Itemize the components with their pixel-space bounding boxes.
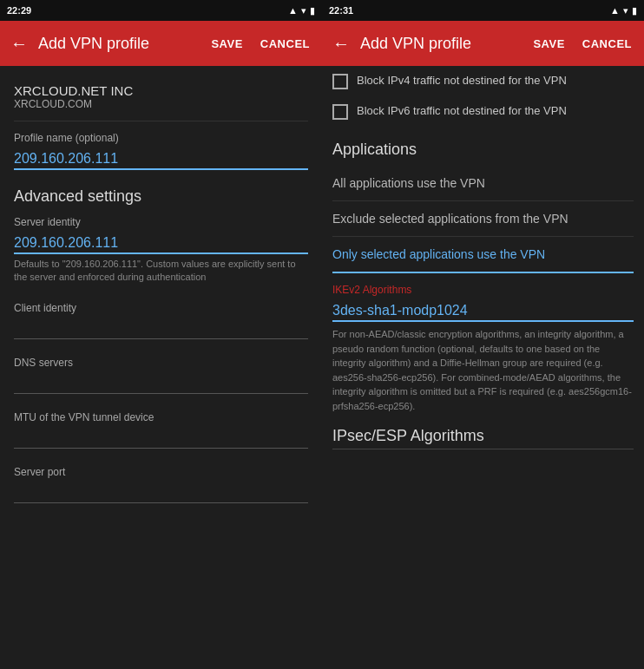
- signal-icon: ▲: [288, 5, 298, 16]
- right-wifi-icon: ▾: [623, 5, 628, 16]
- block-ipv4-checkbox[interactable]: [332, 74, 348, 89]
- all-apps-option[interactable]: All applications use the VPN: [332, 166, 634, 201]
- ipsec-title: IPsec/ESP Algorithms: [332, 427, 634, 449]
- right-panel: 22:31 ▲ ▾ ▮ ← Add VPN profile SAVE CANCE…: [322, 0, 644, 669]
- client-identity-field: Client identity: [14, 302, 308, 339]
- server-identity-field: Server identity Defaults to "209.160.206…: [14, 216, 308, 285]
- applications-section: Applications All applications use the VP…: [332, 141, 634, 273]
- company-block: XRCLOUD.NET INC XRCLOUD.COM: [14, 76, 308, 121]
- block-ipv6-row: Block IPv6 traffic not destined for the …: [332, 96, 634, 127]
- company-url: XRCLOUD.COM: [14, 98, 308, 110]
- right-time: 22:31: [329, 5, 353, 16]
- profile-name-field: Profile name (optional): [14, 132, 308, 170]
- block-ipv6-checkbox[interactable]: [332, 104, 348, 120]
- client-identity-input[interactable]: [14, 318, 308, 339]
- right-battery-icon: ▮: [632, 5, 637, 16]
- right-status-bar: 22:31 ▲ ▾ ▮: [322, 0, 644, 21]
- server-identity-hint: Defaults to "209.160.206.111". Custom va…: [14, 258, 308, 285]
- left-app-title: Add VPN profile: [38, 35, 199, 53]
- block-traffic-checkboxes: Block IPv4 traffic not destined for the …: [332, 66, 634, 127]
- block-ipv4-row: Block IPv4 traffic not destined for the …: [332, 66, 634, 96]
- profile-name-label: Profile name (optional): [14, 132, 308, 144]
- right-back-button[interactable]: ←: [329, 30, 353, 57]
- left-content: XRCLOUD.NET INC XRCLOUD.COM Profile name…: [0, 66, 322, 669]
- left-status-icons: ▲ ▾ ▮: [288, 5, 315, 16]
- left-time: 22:29: [7, 5, 31, 16]
- right-status-icons: ▲ ▾ ▮: [610, 5, 637, 16]
- dns-servers-input[interactable]: [14, 372, 308, 394]
- block-ipv6-label: Block IPv6 traffic not destined for the …: [357, 103, 567, 119]
- server-identity-input[interactable]: [14, 232, 308, 254]
- block-ipv4-label: Block IPv4 traffic not destined for the …: [357, 73, 567, 89]
- wifi-icon: ▾: [301, 5, 306, 16]
- server-port-label: Server port: [14, 466, 308, 478]
- left-cancel-button[interactable]: CANCEL: [255, 34, 315, 54]
- advanced-settings-section: Advanced settings Server identity Defaul…: [14, 187, 308, 503]
- mtu-label: MTU of the VPN tunnel device: [14, 411, 308, 423]
- dns-servers-field: DNS servers: [14, 357, 308, 394]
- right-cancel-button[interactable]: CANCEL: [577, 34, 637, 54]
- left-panel: 22:29 ▲ ▾ ▮ ← Add VPN profile SAVE CANCE…: [0, 0, 322, 669]
- advanced-settings-title: Advanced settings: [14, 187, 308, 206]
- ikev2-label: IKEv2 Algorithms: [332, 284, 634, 296]
- left-status-bar: 22:29 ▲ ▾ ▮: [0, 0, 322, 21]
- client-identity-label: Client identity: [14, 302, 308, 314]
- profile-name-input[interactable]: [14, 148, 308, 170]
- left-save-button[interactable]: SAVE: [206, 34, 247, 54]
- server-port-input[interactable]: [14, 482, 308, 503]
- right-content: Block IPv4 traffic not destined for the …: [322, 66, 644, 669]
- server-identity-label: Server identity: [14, 216, 308, 228]
- exclude-apps-option[interactable]: Exclude selected applications from the V…: [332, 201, 634, 237]
- ikev2-input[interactable]: [332, 299, 634, 322]
- right-app-bar: ← Add VPN profile SAVE CANCEL: [322, 21, 644, 66]
- mtu-input[interactable]: [14, 427, 308, 449]
- left-back-button[interactable]: ←: [7, 30, 31, 57]
- company-name: XRCLOUD.NET INC: [14, 83, 308, 98]
- only-selected-apps-option[interactable]: Only selected applications use the VPN: [332, 237, 634, 273]
- server-port-field: Server port: [14, 466, 308, 503]
- left-app-bar: ← Add VPN profile SAVE CANCEL: [0, 21, 322, 66]
- applications-title: Applications: [332, 141, 634, 159]
- dns-servers-label: DNS servers: [14, 357, 308, 369]
- battery-icon: ▮: [310, 5, 315, 16]
- right-save-button[interactable]: SAVE: [528, 34, 569, 54]
- ikev2-section: IKEv2 Algorithms For non-AEAD/classic en…: [332, 284, 634, 413]
- mtu-field: MTU of the VPN tunnel device: [14, 411, 308, 449]
- right-app-title: Add VPN profile: [360, 35, 521, 53]
- ikev2-hint: For non-AEAD/classic encryption algorith…: [332, 327, 634, 413]
- right-signal-icon: ▲: [610, 5, 620, 16]
- ipsec-section: IPsec/ESP Algorithms: [332, 427, 634, 449]
